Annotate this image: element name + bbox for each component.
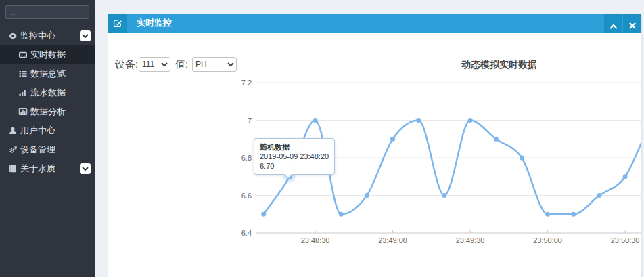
panel-header: 实时监控 — [108, 14, 641, 33]
x-tick-label: 23:48:30 — [301, 236, 330, 244]
sidebar-item-realtime-data[interactable]: 实时数据 — [0, 45, 95, 64]
device-select[interactable]: 111 — [139, 57, 170, 72]
sidebar-item-label: 流水数据 — [30, 83, 66, 102]
device-label: 设备: — [115, 57, 138, 72]
chevron-down-icon[interactable] — [80, 163, 91, 174]
gears-icon — [8, 145, 18, 154]
y-tick-label: 6.4 — [242, 229, 252, 237]
series-point[interactable] — [494, 137, 499, 142]
series-point[interactable] — [597, 193, 601, 198]
book-icon — [8, 164, 18, 173]
drive-icon — [18, 50, 28, 60]
series-point[interactable] — [416, 118, 421, 123]
sidebar-item-label: 数据分析 — [30, 102, 66, 121]
collapse-button[interactable] — [604, 14, 622, 33]
y-tick-label: 7.2 — [242, 79, 252, 87]
chart-title: 动态模拟实时数据 — [432, 59, 567, 71]
series-point[interactable] — [390, 137, 395, 142]
user-icon — [8, 126, 18, 135]
series-point[interactable] — [313, 118, 318, 123]
close-button[interactable] — [623, 14, 641, 33]
sidebar-item-flow-data[interactable]: 流水数据 — [0, 83, 95, 102]
series-point[interactable] — [623, 174, 628, 179]
tooltip-value: 6.70 — [260, 161, 329, 171]
edit-icon — [108, 14, 127, 33]
table-icon — [18, 69, 28, 79]
tooltip-datetime: 2019-05-09 23:48:20 — [260, 152, 329, 161]
main-panel: 实时监控 设备: 111 值: PH 动态模拟实时数据 6.46.66.877.… — [108, 14, 641, 277]
value-label: 值: — [175, 57, 188, 72]
app-root: 监控中心 实时数据 数据总览 流水数据 — [0, 0, 644, 277]
sidebar-item-label: 关于水质 — [20, 159, 55, 178]
sidebar-item-about-water[interactable]: 关于水质 — [0, 159, 95, 178]
y-tick-label: 7 — [248, 116, 252, 125]
chevron-down-icon[interactable] — [80, 30, 91, 41]
sidebar-item-monitor-center[interactable]: 监控中心 — [0, 26, 95, 45]
sidebar-item-label: 实时数据 — [30, 45, 66, 64]
sidebar-item-user-center[interactable]: 用户中心 — [0, 121, 95, 140]
eye-icon — [8, 31, 18, 41]
panel-title: 实时监控 — [137, 14, 172, 33]
tooltip-series-name: 随机数据 — [260, 142, 329, 152]
series-point[interactable] — [261, 212, 266, 217]
series-point[interactable] — [442, 193, 446, 198]
x-tick-label: 23:50:30 — [611, 236, 640, 244]
sidebar-item-label: 监控中心 — [20, 26, 55, 45]
chevron-up-icon — [604, 22, 622, 30]
sidebar-item-data-analysis[interactable]: 数据分析 — [0, 102, 95, 121]
close-icon — [623, 22, 641, 30]
chart-image-icon — [18, 107, 28, 116]
series-point[interactable] — [365, 193, 369, 198]
series-point[interactable] — [520, 156, 524, 161]
sidebar-item-label: 设备管理 — [20, 140, 55, 159]
series-point[interactable] — [339, 212, 344, 217]
bar-chart-icon — [18, 88, 28, 98]
series-point[interactable] — [468, 118, 473, 123]
sidebar-item-label: 数据总览 — [30, 64, 66, 83]
x-tick-label: 23:50:00 — [533, 236, 562, 244]
tooltip: 随机数据 2019-05-09 23:48:20 6.70 — [254, 138, 335, 175]
sidebar-search-input[interactable] — [5, 5, 89, 19]
sidebar-item-data-overview[interactable]: 数据总览 — [0, 64, 95, 83]
sidebar-item-device-management[interactable]: 设备管理 — [0, 140, 95, 159]
sidebar-item-label: 用户中心 — [20, 121, 55, 140]
series-point[interactable] — [571, 212, 576, 217]
sidebar: 监控中心 实时数据 数据总览 流水数据 — [0, 0, 95, 277]
y-tick-label: 6.8 — [242, 154, 252, 162]
x-tick-label: 23:49:00 — [378, 236, 407, 244]
x-tick-label: 23:49:30 — [456, 236, 485, 244]
series-point[interactable] — [545, 212, 550, 217]
y-tick-label: 6.6 — [242, 192, 252, 200]
value-select[interactable]: PH — [192, 57, 237, 72]
